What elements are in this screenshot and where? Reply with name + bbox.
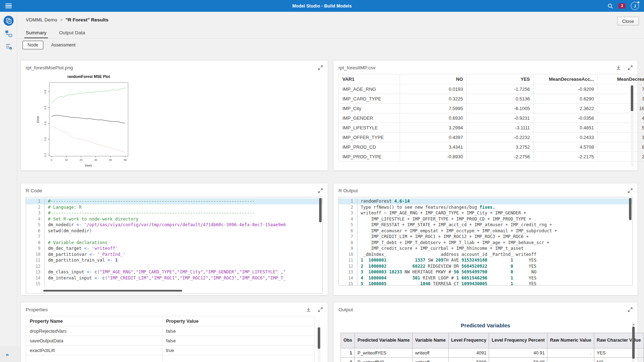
- table-cell: IMP_GENDER: [339, 113, 400, 123]
- table-row[interactable]: IMP_PROD_CD3.43413.27524.570883.3205: [339, 142, 644, 152]
- code-line[interactable]: 14dm_interval_input <- c("IMP_CREDIT_LIM…: [26, 275, 322, 281]
- scroll-up-icon[interactable]: [632, 323, 635, 326]
- line-number: 7: [339, 234, 357, 240]
- expand-icon[interactable]: [628, 65, 633, 70]
- mse-plot-chart: randomForest MSE Plot010203040500.20.30.…: [35, 73, 142, 170]
- code-text: writeoff ~ IMP_AGE_RNG + IMP_CARD_TYPE +…: [361, 210, 526, 216]
- column-header[interactable]: NO: [400, 74, 467, 84]
- sidebar-item-variables[interactable]: [0, 40, 17, 53]
- code-text: setwd(dm_nodedir): [48, 228, 92, 234]
- code-line[interactable]: 3#--------------------------------------…: [26, 210, 322, 216]
- table-row[interactable]: IMP_PROD_TYPE-0.8930-2.2756-2.217528.694…: [339, 152, 644, 162]
- subtab-assessment[interactable]: Assessment: [51, 43, 75, 48]
- r-output-console[interactable]: 1randomForest 4.6-142Type rfNews() to se…: [338, 197, 633, 286]
- table-cell: 50.2342: [598, 123, 644, 133]
- search-icon[interactable]: [608, 3, 613, 9]
- table-row[interactable]: IMP_AGE_RNG0.0193-1.7256-0.920971.4845: [339, 84, 644, 94]
- code-line[interactable]: 9 IMP_credit_score + IMP_currbal + IMP_h…: [339, 246, 632, 252]
- code-line[interactable]: 4 IMP_LIFESTYLE + IMP_OFFER_TYPE + IMP_P…: [339, 216, 632, 222]
- subtab-node[interactable]: Node: [23, 41, 43, 49]
- table-cell: 2.3622: [534, 104, 598, 113]
- line-number: 11: [339, 257, 357, 263]
- panel-r-code: R Code 1#-------------------------------…: [20, 183, 328, 296]
- table-row[interactable]: saveOutputDatafalse: [26, 336, 315, 346]
- table-cell: 0.0193: [400, 84, 467, 94]
- tab-summary[interactable]: Summary: [26, 30, 47, 35]
- code-line[interactable]: 122 1000002 60222 RIDGEVIEW DR 568452092…: [339, 263, 632, 269]
- code-line[interactable]: 10dm_partitionvar <- '_PartInd_': [26, 252, 322, 258]
- code-line[interactable]: 15: [26, 281, 322, 287]
- table-row[interactable]: IMP_GENDER0.6930-0.9231-0.035843.8686: [339, 113, 644, 123]
- code-line[interactable]: 10 _dmIndex_ address account_id _PartInd…: [339, 252, 632, 258]
- code-line[interactable]: 144 1000004 301 RIVER LOOP # 1 605154629…: [339, 275, 632, 281]
- code-line[interactable]: 9dm_dec_target <- 'writeoff': [26, 246, 322, 252]
- code-line[interactable]: 7 IMP_CREDIT_LIM + IMP_ROC1 + IMP_ROC12 …: [339, 234, 632, 240]
- sidebar-item-pipelines[interactable]: [0, 27, 17, 40]
- code-line[interactable]: 111 1000001 1337 SW 209TH AVE 9153249180…: [339, 257, 632, 263]
- table-row[interactable]: IMP_LIFESTYLE3.2994-3.11110.485150.2342: [339, 123, 644, 133]
- table-cell: IMP_PROD_CD: [339, 142, 400, 152]
- code-line[interactable]: 12: [26, 263, 322, 269]
- line-number: 9: [339, 246, 357, 252]
- column-header[interactable]: MeanDecreaseAcc...: [534, 74, 598, 84]
- table-row[interactable]: [26, 355, 315, 362]
- expand-icon[interactable]: [628, 188, 633, 193]
- r-code-editor[interactable]: 1#--------------------------------------…: [26, 197, 323, 293]
- code-line[interactable]: 11dm_partition_train_val <- 1: [26, 257, 322, 263]
- table-row[interactable]: exactPctlLifttrue: [26, 346, 315, 355]
- expand-icon[interactable]: [318, 188, 323, 193]
- column-header[interactable]: VAR1: [339, 74, 400, 84]
- table-row[interactable]: IMP_City7.5995-6.10052.3622166.5204: [339, 104, 644, 113]
- code-line[interactable]: 5dm_nodedir <- '/opt/sas/viya/config/var…: [26, 222, 322, 228]
- column-header[interactable]: MeanDecreaseGini: [598, 74, 644, 84]
- code-line[interactable]: 6setwd(dm_nodedir): [26, 228, 322, 234]
- column-header[interactable]: Property Value: [162, 316, 315, 326]
- table-cell: 0.2433: [534, 133, 598, 142]
- table-cell: 4.5708: [534, 142, 598, 152]
- table-row[interactable]: IMP_CARD_TYPE0.32250.51360.629039.5336: [339, 94, 644, 104]
- code-line[interactable]: 1#--------------------------------------…: [26, 198, 322, 204]
- code-line[interactable]: 6 IMP_ecomuser + IMP_empstat + IMP_occty…: [339, 228, 632, 234]
- code-line[interactable]: 13dm_class_input <- c("IMP_AGE_RNG","IMP…: [26, 269, 322, 275]
- horizontal-scrollbar[interactable]: [43, 290, 182, 292]
- code-line[interactable]: 2Type rfNews() to see new features/chang…: [339, 204, 632, 210]
- close-button[interactable]: Close: [617, 17, 639, 25]
- code-line[interactable]: 8# Variable declarations: [26, 240, 322, 246]
- code-line[interactable]: 7: [26, 234, 322, 240]
- scrollbar[interactable]: [318, 327, 321, 362]
- table-cell: -3.1111: [467, 123, 534, 133]
- notification-badge[interactable]: 3: [619, 3, 625, 9]
- tab-output-data[interactable]: Output Data: [59, 30, 85, 35]
- menu-icon[interactable]: [5, 4, 12, 9]
- code-line[interactable]: 3writeoff ~ IMP_AGE_RNG + IMP_CARD_TYPE …: [339, 210, 632, 216]
- scrollbar[interactable]: [629, 198, 632, 280]
- code-line[interactable]: 2# Language: R: [26, 204, 322, 210]
- column-header[interactable]: Property Name: [26, 316, 162, 326]
- panel-title: R Code: [26, 188, 42, 193]
- scrollbar[interactable]: [631, 85, 634, 167]
- expand-icon[interactable]: [628, 307, 633, 312]
- code-line[interactable]: 155 1000005 1040 TERRESA CT 1099430005 1…: [339, 281, 632, 286]
- table-cell: false: [162, 326, 315, 336]
- code-line[interactable]: 8 IMP_T_debt + IMP_T_debtserv + IMP_T_li…: [339, 240, 632, 246]
- breadcrumb-parent[interactable]: VDMML Demo: [26, 17, 57, 23]
- download-icon[interactable]: [306, 307, 311, 312]
- user-avatar[interactable]: J: [631, 2, 639, 10]
- column-header[interactable]: YES: [467, 74, 534, 84]
- expand-icon[interactable]: [318, 307, 323, 312]
- expand-icon[interactable]: [318, 65, 323, 70]
- code-line[interactable]: 5 IMP_RESSTAT + IMP_STATE + IMP_acct_cd …: [339, 222, 632, 228]
- code-line[interactable]: 1randomForest 4.6-14: [339, 198, 632, 204]
- avatar-initial: J: [634, 4, 636, 8]
- table-cell: 4091: [448, 348, 489, 358]
- sidebar-item-data[interactable]: [0, 14, 17, 27]
- download-icon[interactable]: [616, 65, 621, 70]
- table-cell: NO: [594, 358, 644, 362]
- table-row[interactable]: IMP_OFFER_TYPE0.4397-0.22320.243332.2189: [339, 133, 644, 142]
- scrollbar[interactable]: [319, 198, 322, 287]
- code-line[interactable]: 133 1000003 18233 NW HERITAGE PKWY # 50 …: [339, 269, 632, 275]
- table-row[interactable]: dropRejectedVarsfalse: [26, 326, 315, 336]
- scrollbar[interactable]: [632, 322, 635, 362]
- code-line[interactable]: 4# Set R-work to node-work directory: [26, 216, 322, 222]
- table-cell: 40.91: [489, 348, 547, 358]
